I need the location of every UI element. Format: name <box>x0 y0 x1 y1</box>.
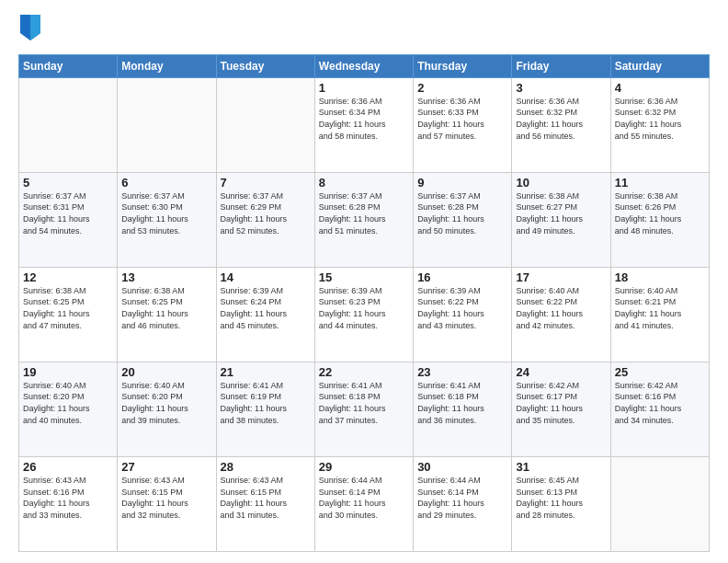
day-number: 29 <box>319 460 409 474</box>
day-info: Sunrise: 6:43 AM Sunset: 6:16 PM Dayligh… <box>23 475 113 521</box>
calendar-cell: 13Sunrise: 6:38 AM Sunset: 6:25 PM Dayli… <box>118 267 216 362</box>
day-number: 26 <box>23 460 113 474</box>
svg-marker-1 <box>30 15 40 40</box>
day-info: Sunrise: 6:39 AM Sunset: 6:24 PM Dayligh… <box>221 285 311 331</box>
calendar-cell: 1Sunrise: 6:36 AM Sunset: 6:34 PM Daylig… <box>314 77 413 172</box>
day-info: Sunrise: 6:39 AM Sunset: 6:23 PM Dayligh… <box>319 285 409 331</box>
calendar: SundayMondayTuesdayWednesdayThursdayFrid… <box>18 54 710 552</box>
day-info: Sunrise: 6:36 AM Sunset: 6:34 PM Dayligh… <box>319 96 409 142</box>
calendar-cell: 8Sunrise: 6:37 AM Sunset: 6:28 PM Daylig… <box>314 172 413 267</box>
calendar-cell: 30Sunrise: 6:44 AM Sunset: 6:14 PM Dayli… <box>414 456 512 551</box>
day-info: Sunrise: 6:40 AM Sunset: 6:20 PM Dayligh… <box>121 380 211 426</box>
calendar-cell: 31Sunrise: 6:45 AM Sunset: 6:13 PM Dayli… <box>512 456 610 551</box>
day-number: 24 <box>516 365 606 379</box>
day-number: 15 <box>319 270 409 284</box>
day-info: Sunrise: 6:44 AM Sunset: 6:14 PM Dayligh… <box>319 475 409 521</box>
calendar-cell: 21Sunrise: 6:41 AM Sunset: 6:19 PM Dayli… <box>216 362 314 456</box>
day-info: Sunrise: 6:38 AM Sunset: 6:27 PM Dayligh… <box>516 190 606 236</box>
calendar-cell: 6Sunrise: 6:37 AM Sunset: 6:30 PM Daylig… <box>118 172 216 267</box>
day-info: Sunrise: 6:41 AM Sunset: 6:19 PM Dayligh… <box>221 380 311 426</box>
day-info: Sunrise: 6:37 AM Sunset: 6:30 PM Dayligh… <box>121 190 211 236</box>
day-number: 8 <box>319 176 409 190</box>
calendar-cell: 2Sunrise: 6:36 AM Sunset: 6:33 PM Daylig… <box>414 77 512 172</box>
day-number: 12 <box>23 270 113 284</box>
day-info: Sunrise: 6:44 AM Sunset: 6:14 PM Dayligh… <box>417 475 507 521</box>
day-info: Sunrise: 6:40 AM Sunset: 6:22 PM Dayligh… <box>516 285 606 331</box>
day-number: 30 <box>417 460 507 474</box>
day-number: 2 <box>417 81 507 95</box>
day-number: 28 <box>221 460 311 474</box>
day-number: 17 <box>516 270 606 284</box>
calendar-cell: 3Sunrise: 6:36 AM Sunset: 6:32 PM Daylig… <box>512 77 610 172</box>
calendar-cell: 24Sunrise: 6:42 AM Sunset: 6:17 PM Dayli… <box>512 362 610 456</box>
calendar-cell: 29Sunrise: 6:44 AM Sunset: 6:14 PM Dayli… <box>314 456 413 551</box>
day-info: Sunrise: 6:45 AM Sunset: 6:13 PM Dayligh… <box>516 475 606 521</box>
calendar-cell: 4Sunrise: 6:36 AM Sunset: 6:32 PM Daylig… <box>610 77 709 172</box>
week-row-2: 5Sunrise: 6:37 AM Sunset: 6:31 PM Daylig… <box>19 172 710 267</box>
day-number: 10 <box>516 176 606 190</box>
day-info: Sunrise: 6:42 AM Sunset: 6:17 PM Dayligh… <box>516 380 606 426</box>
day-number: 21 <box>221 365 311 379</box>
day-info: Sunrise: 6:38 AM Sunset: 6:25 PM Dayligh… <box>121 285 211 331</box>
day-info: Sunrise: 6:39 AM Sunset: 6:22 PM Dayligh… <box>417 285 507 331</box>
day-info: Sunrise: 6:36 AM Sunset: 6:32 PM Dayligh… <box>615 96 705 142</box>
day-info: Sunrise: 6:37 AM Sunset: 6:31 PM Dayligh… <box>23 190 113 236</box>
day-number: 5 <box>23 176 113 190</box>
calendar-cell <box>610 456 709 551</box>
calendar-cell: 14Sunrise: 6:39 AM Sunset: 6:24 PM Dayli… <box>216 267 314 362</box>
day-info: Sunrise: 6:38 AM Sunset: 6:26 PM Dayligh… <box>615 190 705 236</box>
weekday-header-tuesday: Tuesday <box>216 54 314 77</box>
day-info: Sunrise: 6:37 AM Sunset: 6:29 PM Dayligh… <box>221 190 311 236</box>
day-number: 4 <box>615 81 705 95</box>
week-row-3: 12Sunrise: 6:38 AM Sunset: 6:25 PM Dayli… <box>19 267 710 362</box>
day-number: 27 <box>121 460 211 474</box>
day-number: 16 <box>417 270 507 284</box>
calendar-cell <box>118 77 216 172</box>
day-info: Sunrise: 6:37 AM Sunset: 6:28 PM Dayligh… <box>417 190 507 236</box>
calendar-cell: 26Sunrise: 6:43 AM Sunset: 6:16 PM Dayli… <box>19 456 118 551</box>
calendar-cell: 27Sunrise: 6:43 AM Sunset: 6:15 PM Dayli… <box>118 456 216 551</box>
day-info: Sunrise: 6:43 AM Sunset: 6:15 PM Dayligh… <box>121 475 211 521</box>
calendar-cell: 23Sunrise: 6:41 AM Sunset: 6:18 PM Dayli… <box>414 362 512 456</box>
week-row-4: 19Sunrise: 6:40 AM Sunset: 6:20 PM Dayli… <box>19 362 710 456</box>
day-number: 25 <box>615 365 705 379</box>
day-number: 14 <box>221 270 311 284</box>
weekday-header-friday: Friday <box>512 54 610 77</box>
day-number: 7 <box>221 176 311 190</box>
day-info: Sunrise: 6:40 AM Sunset: 6:21 PM Dayligh… <box>615 285 705 331</box>
logo-text <box>18 15 40 45</box>
logo <box>18 15 40 45</box>
day-info: Sunrise: 6:42 AM Sunset: 6:16 PM Dayligh… <box>615 380 705 426</box>
calendar-cell: 10Sunrise: 6:38 AM Sunset: 6:27 PM Dayli… <box>512 172 610 267</box>
calendar-cell: 7Sunrise: 6:37 AM Sunset: 6:29 PM Daylig… <box>216 172 314 267</box>
day-info: Sunrise: 6:36 AM Sunset: 6:33 PM Dayligh… <box>417 96 507 142</box>
day-number: 20 <box>121 365 211 379</box>
day-number: 1 <box>319 81 409 95</box>
day-number: 31 <box>516 460 606 474</box>
calendar-cell: 25Sunrise: 6:42 AM Sunset: 6:16 PM Dayli… <box>610 362 709 456</box>
week-row-1: 1Sunrise: 6:36 AM Sunset: 6:34 PM Daylig… <box>19 77 710 172</box>
page: SundayMondayTuesdayWednesdayThursdayFrid… <box>0 0 728 563</box>
calendar-cell <box>19 77 118 172</box>
day-number: 11 <box>615 176 705 190</box>
logo-icon <box>20 15 40 40</box>
weekday-header-wednesday: Wednesday <box>314 54 413 77</box>
day-number: 18 <box>615 270 705 284</box>
calendar-cell: 20Sunrise: 6:40 AM Sunset: 6:20 PM Dayli… <box>118 362 216 456</box>
day-number: 13 <box>121 270 211 284</box>
day-number: 6 <box>121 176 211 190</box>
calendar-cell: 16Sunrise: 6:39 AM Sunset: 6:22 PM Dayli… <box>414 267 512 362</box>
calendar-cell: 11Sunrise: 6:38 AM Sunset: 6:26 PM Dayli… <box>610 172 709 267</box>
calendar-cell: 22Sunrise: 6:41 AM Sunset: 6:18 PM Dayli… <box>314 362 413 456</box>
calendar-cell: 19Sunrise: 6:40 AM Sunset: 6:20 PM Dayli… <box>19 362 118 456</box>
calendar-cell: 28Sunrise: 6:43 AM Sunset: 6:15 PM Dayli… <box>216 456 314 551</box>
weekday-header-sunday: Sunday <box>19 54 118 77</box>
day-info: Sunrise: 6:41 AM Sunset: 6:18 PM Dayligh… <box>319 380 409 426</box>
calendar-cell: 18Sunrise: 6:40 AM Sunset: 6:21 PM Dayli… <box>610 267 709 362</box>
weekday-header-monday: Monday <box>118 54 216 77</box>
header <box>18 15 710 45</box>
calendar-cell <box>216 77 314 172</box>
day-info: Sunrise: 6:41 AM Sunset: 6:18 PM Dayligh… <box>417 380 507 426</box>
day-number: 3 <box>516 81 606 95</box>
calendar-cell: 5Sunrise: 6:37 AM Sunset: 6:31 PM Daylig… <box>19 172 118 267</box>
